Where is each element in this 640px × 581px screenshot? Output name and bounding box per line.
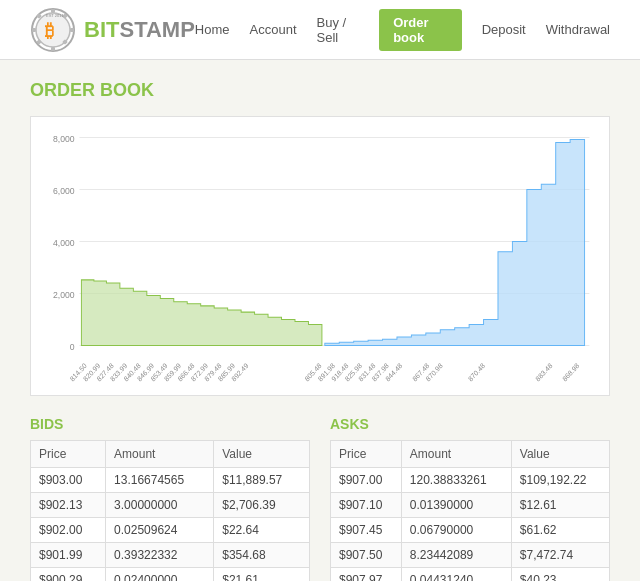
- bids-col-price: Price: [31, 441, 106, 468]
- svg-text:0: 0: [70, 341, 75, 351]
- asks-col-value: Value: [511, 441, 609, 468]
- header: ₿ EST 2011 BITSTAMP Home Account Buy / S…: [0, 0, 640, 60]
- svg-text:EST 2011: EST 2011: [46, 13, 64, 18]
- asks-col-price: Price: [331, 441, 402, 468]
- nav-deposit[interactable]: Deposit: [482, 22, 526, 37]
- svg-rect-5: [70, 28, 74, 32]
- table-row: $902.000.02509624$22.64: [31, 518, 310, 543]
- svg-text:₿: ₿: [45, 21, 54, 41]
- table-row: $907.508.23442089$7,472.74: [331, 543, 610, 568]
- page-title: ORDER BOOK: [30, 80, 610, 101]
- table-row: $907.100.01390000$12.61: [331, 493, 610, 518]
- asks-table: Price Amount Value $907.00120.38833261$1…: [330, 440, 610, 581]
- bids-section: BIDS Price Amount Value $903.0013.166745…: [30, 416, 310, 581]
- nav-orderbook[interactable]: Order book: [379, 9, 461, 51]
- asks-col-amount: Amount: [401, 441, 511, 468]
- table-row: $903.0013.16674565$11,889.57: [31, 468, 310, 493]
- table-row: $907.450.06790000$61.62: [331, 518, 610, 543]
- bids-table: Price Amount Value $903.0013.16674565$11…: [30, 440, 310, 581]
- chart-container: 8,000 6,000 4,000 2,000 0 814.50 820.99 …: [30, 116, 610, 396]
- logo-icon: ₿ EST 2011: [30, 7, 76, 53]
- main-content: ORDER BOOK 8,000 6,000 4,000 2,000 0 814…: [0, 60, 640, 581]
- svg-rect-4: [32, 28, 36, 32]
- svg-text:868.98: 868.98: [561, 362, 580, 383]
- table-row: $900.290.02400000$21.61: [31, 568, 310, 582]
- logo-text: BITSTAMP: [84, 17, 195, 43]
- logo: ₿ EST 2011 BITSTAMP: [30, 7, 195, 53]
- svg-text:4,000: 4,000: [53, 237, 75, 247]
- svg-rect-3: [51, 47, 55, 51]
- bids-col-value: Value: [214, 441, 310, 468]
- svg-marker-23: [325, 139, 585, 345]
- nav-withdrawal[interactable]: Withdrawal: [546, 22, 610, 37]
- asks-title: ASKS: [330, 416, 610, 432]
- svg-text:870.48: 870.48: [467, 362, 486, 383]
- bids-col-amount: Amount: [106, 441, 214, 468]
- nav-home[interactable]: Home: [195, 22, 230, 37]
- svg-text:8,000: 8,000: [53, 133, 75, 143]
- svg-text:6,000: 6,000: [53, 185, 75, 195]
- svg-text:883.48: 883.48: [534, 362, 553, 383]
- bids-title: BIDS: [30, 416, 310, 432]
- svg-text:2,000: 2,000: [53, 289, 75, 299]
- tables-row: BIDS Price Amount Value $903.0013.166745…: [30, 416, 610, 581]
- asks-section: ASKS Price Amount Value $907.00120.38833…: [330, 416, 610, 581]
- table-row: $907.970.04431240$40.23: [331, 568, 610, 582]
- nav-buysell[interactable]: Buy / Sell: [317, 15, 360, 45]
- table-row: $902.133.00000000$2,706.39: [31, 493, 310, 518]
- order-book-chart: 8,000 6,000 4,000 2,000 0 814.50 820.99 …: [41, 127, 599, 387]
- nav-account[interactable]: Account: [250, 22, 297, 37]
- table-row: $901.990.39322332$354.68: [31, 543, 310, 568]
- svg-marker-22: [81, 280, 322, 346]
- nav: Home Account Buy / Sell Order book Depos…: [195, 9, 610, 51]
- table-row: $907.00120.38833261$109,192.22: [331, 468, 610, 493]
